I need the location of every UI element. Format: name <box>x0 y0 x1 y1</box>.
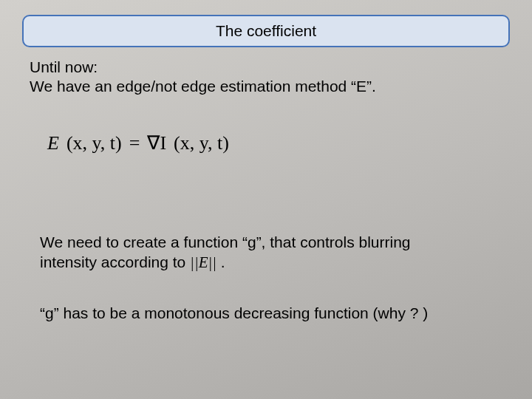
title-box: The coefficient <box>22 15 510 47</box>
need-line-1: We need to create a function “g”, that c… <box>40 232 502 252</box>
intro-line-1: Until now: <box>30 58 502 77</box>
norm-e: ||E|| <box>190 253 216 271</box>
monotonous-line: “g” has to be a monotonous decreasing fu… <box>40 303 502 323</box>
intro-block: Until now: We have an edge/not edge esti… <box>30 58 502 97</box>
eq-lhs-args: (x, y, t) <box>66 132 122 154</box>
need-line-2-prefix: intensity according to <box>40 253 190 270</box>
need-line-2: intensity according to ||E|| . <box>40 252 502 273</box>
eq-rhs-args: (x, y, t) <box>174 132 229 154</box>
equation: E (x, y, t) = ∇I (x, y, t) <box>47 132 229 154</box>
eq-grad: ∇I <box>147 132 166 154</box>
need-block: We need to create a function “g”, that c… <box>40 232 502 273</box>
slide-title: The coefficient <box>216 22 316 40</box>
need-line-2-suffix: . <box>216 253 225 270</box>
eq-lhs-symbol: E <box>47 132 59 154</box>
intro-line-2: We have an edge/not edge estimation meth… <box>30 77 502 96</box>
eq-equals: = <box>129 132 140 154</box>
